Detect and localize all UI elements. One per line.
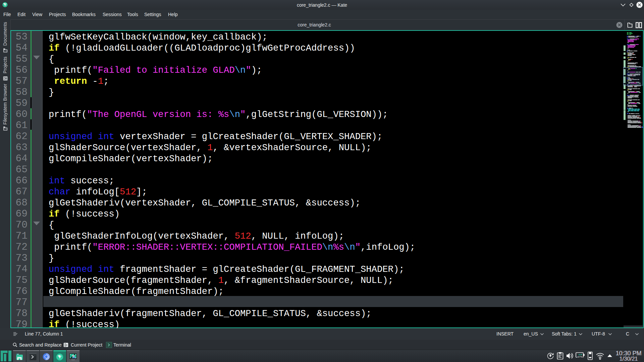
svg-text:87%: 87% [577,355,582,358]
